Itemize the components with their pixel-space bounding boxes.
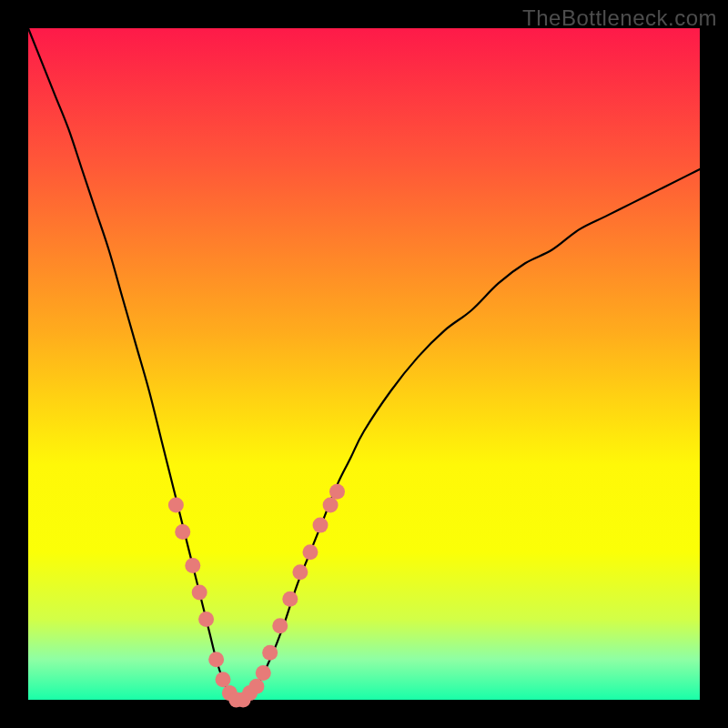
marker-dot xyxy=(175,524,190,540)
plot-area xyxy=(28,28,700,700)
marker-dot xyxy=(248,679,264,694)
outer-frame: TheBottleneck.com xyxy=(0,0,728,728)
marker-dot xyxy=(168,497,184,512)
marker-dot xyxy=(198,612,214,627)
marker-dot xyxy=(313,518,329,533)
marker-dot xyxy=(262,645,278,661)
marker-dot xyxy=(208,652,224,667)
watermark-text: TheBottleneck.com xyxy=(522,5,717,31)
highlight-markers xyxy=(168,484,345,708)
marker-dot xyxy=(272,618,288,633)
marker-dot xyxy=(216,672,231,687)
marker-dot xyxy=(185,558,200,573)
marker-dot xyxy=(192,584,207,600)
marker-dot xyxy=(292,564,308,580)
marker-dot xyxy=(323,497,339,512)
marker-dot xyxy=(256,665,271,681)
marker-dot xyxy=(329,484,345,500)
marker-dot xyxy=(302,544,318,560)
chart-svg xyxy=(28,28,700,700)
bottleneck-curve xyxy=(28,28,700,702)
marker-dot xyxy=(282,592,298,607)
